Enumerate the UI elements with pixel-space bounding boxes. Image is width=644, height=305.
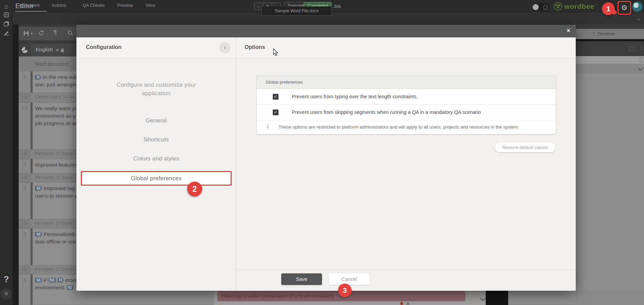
tag-icon[interactable] [19, 265, 31, 274]
config-item-shortcuts[interactable]: Shortcuts [76, 136, 236, 143]
tag-icon[interactable] [19, 93, 31, 102]
segment-number: 1 [19, 71, 31, 92]
dot-icon [56, 49, 58, 51]
help-icon[interactable]: ? [0, 274, 13, 285]
restore-default-values-button[interactable]: Restore default values [495, 142, 555, 152]
target-panel-row [576, 64, 644, 74]
tag-icon[interactable] [19, 173, 31, 182]
inline-tag: t1 [35, 75, 41, 80]
checkbox-text-length[interactable]: ✓ [273, 94, 279, 100]
menu-document[interactable]: Document [19, 3, 39, 8]
text-run: Improved·tag·h [44, 185, 79, 191]
inline-tag: /b1 [48, 278, 56, 283]
configuration-title: Configuration [86, 44, 122, 50]
segment-meta: Pitt Karen 27 Septe [35, 151, 73, 156]
refresh-icon[interactable] [38, 30, 44, 38]
avatar[interactable] [632, 2, 643, 12]
menu-preview[interactable]: Preview [117, 3, 133, 8]
settings-gear-highlight[interactable]: ⚙ [618, 1, 631, 15]
segment-status-bar [31, 71, 33, 92]
theme-toggle[interactable] [532, 3, 550, 11]
grid-icon[interactable] [629, 46, 633, 51]
segment-source-text[interactable]: b1Personalized·extask·offline·or·cre [35, 231, 82, 245]
menu-icon[interactable]: ≡ [1, 288, 12, 300]
info-icon: i [267, 124, 268, 130]
segment-source-text[interactable]: b1Improved·tag·husers·to·recover·p [35, 185, 79, 200]
caret-up-icon [406, 302, 410, 305]
column-header-label: Word document [35, 61, 69, 67]
close-icon[interactable]: × [567, 27, 570, 34]
configuration-modal: × Configuration ‹ Options Configure and … [76, 25, 576, 291]
option-row: ✓ Prevent users from typing over the tex… [257, 89, 556, 105]
tag-icon[interactable] [19, 219, 31, 228]
config-item-general[interactable]: General [76, 117, 236, 124]
tag-icon[interactable] [19, 150, 31, 159]
card-section-title: Global preferences [257, 76, 556, 89]
toggle-knob-icon [533, 4, 539, 10]
save-icon[interactable] [23, 31, 29, 38]
segment-meta: Pitt Karen 27 Septe [35, 267, 73, 272]
menu-actions[interactable]: Actions [52, 3, 66, 8]
divider [636, 44, 636, 53]
pin-icon[interactable]: ★ [637, 18, 640, 21]
segment-meta: Campo Laura 14 Ja [35, 95, 73, 99]
text-run: P [44, 277, 47, 283]
chevron-down-icon[interactable] [638, 66, 643, 71]
settings-gear-icon[interactable]: ⚙ [621, 4, 628, 12]
step-1-badge: 1 [602, 2, 615, 15]
config-item-colors-and-styles[interactable]: Colors and styles [76, 155, 236, 162]
left-sidebar [0, 0, 13, 305]
menu-view[interactable]: View [146, 3, 155, 8]
panel-layout-icon[interactable] [640, 57, 644, 62]
collapse-panel-button[interactable]: ‹ [219, 42, 231, 53]
global-preferences-card: Global preferences ✓ Prevent users from … [256, 75, 556, 134]
segment-meta: Pitt Karen 27 Septe [35, 175, 73, 180]
step-2-badge: 2 [187, 182, 202, 197]
source-language-label: English [36, 47, 53, 53]
segment-status-bar [31, 103, 33, 149]
segment-status-bar [31, 228, 33, 265]
brand-logo-icon [554, 2, 562, 11]
find-replace-icon[interactable] [67, 30, 73, 38]
checkbox-skip-segments[interactable]: ✓ [273, 109, 279, 115]
save-button[interactable]: Save [281, 273, 322, 285]
segment-meta: Pitt Karen 27 Septe [35, 221, 73, 226]
home-icon[interactable]: ⌂ [0, 3, 13, 10]
text-run: users·to·recover·p [35, 193, 78, 199]
segment-source-text[interactable]: We·really·want·yoenvironment·as·yjob·pro… [35, 105, 78, 127]
caret-down-icon[interactable]: ▼ [30, 32, 33, 35]
segments-list-icon[interactable] [0, 12, 13, 19]
brand-tm: ™ [594, 3, 597, 6]
segment-source-text[interactable]: t1In·the·new·editone,·just·arranged [35, 73, 78, 88]
target-panel-row [576, 56, 644, 64]
edit-warning-icon: ✎ [219, 303, 222, 305]
segment-source-text[interactable]: Improved·features [35, 161, 78, 169]
chevron-left-icon: ‹ [224, 44, 226, 51]
text-run: job·progress·at·an [35, 120, 78, 126]
cancel-button[interactable]: Cancel [329, 273, 370, 285]
text-run: Improved·features [35, 162, 78, 168]
brand-name: wordbee [564, 2, 594, 10]
file-tab[interactable]: Sample Word File.docx [262, 6, 332, 16]
text-run: environment. [35, 285, 66, 290]
pie-chart-icon[interactable] [19, 44, 31, 56]
config-item-global-preferences[interactable]: Global preferences [81, 171, 232, 186]
option-label: Prevent users from typing over the text … [292, 94, 418, 99]
inline-tag: b1 [35, 232, 42, 237]
title-underline [15, 11, 47, 12]
segment-number: 3 [19, 183, 31, 219]
segment-status-bar [31, 274, 33, 305]
timeline-bullet-icon: ● [593, 32, 594, 35]
lock-icon [60, 48, 64, 54]
job-label[interactable]: Job [334, 4, 341, 9]
menu-qa-checks[interactable]: QA Checks [83, 3, 105, 8]
segment-number: 2 [19, 159, 31, 173]
text-run: one,·just·arranged [35, 82, 78, 87]
kebab-menu-icon[interactable]: ⋮ [639, 45, 644, 51]
gutter [13, 24, 19, 305]
pilcrow-icon[interactable]: ¶ [54, 29, 57, 36]
timeline-bar[interactable]: ● Timeline [576, 29, 644, 39]
options-title: Options [245, 44, 265, 50]
edit-pen-icon[interactable] [0, 31, 13, 37]
documents-icon[interactable] [0, 21, 13, 28]
